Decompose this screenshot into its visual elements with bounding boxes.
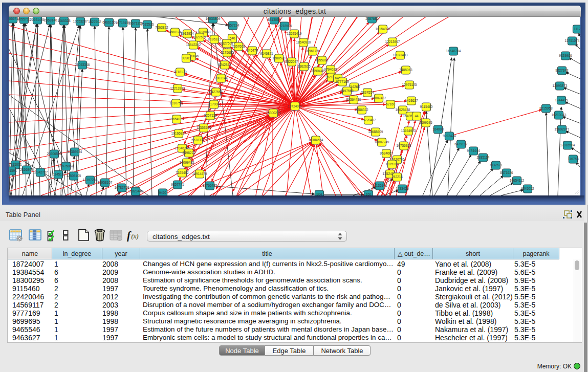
svg-text:20364436: 20364436 bbox=[346, 98, 361, 101]
svg-text:10973493: 10973493 bbox=[393, 53, 408, 57]
svg-text:845474: 845474 bbox=[247, 49, 258, 52]
svg-text:9327509: 9327509 bbox=[193, 35, 206, 39]
svg-text:9227343: 9227343 bbox=[555, 69, 569, 72]
svg-text:10025438: 10025438 bbox=[396, 108, 410, 112]
svg-text:17357255: 17357255 bbox=[83, 178, 98, 182]
svg-text:12505105: 12505105 bbox=[67, 174, 81, 178]
svg-text:16782759: 16782759 bbox=[115, 186, 129, 189]
svg-text:8660124: 8660124 bbox=[168, 30, 182, 34]
svg-text:2935114: 2935114 bbox=[477, 156, 490, 159]
svg-text:13654923: 13654923 bbox=[401, 129, 416, 133]
svg-text:114519: 114519 bbox=[53, 172, 64, 176]
svg-text:98901: 98901 bbox=[182, 56, 191, 60]
svg-text:(x): (x) bbox=[131, 232, 139, 240]
svg-text:7515526: 7515526 bbox=[141, 23, 154, 26]
svg-text:8322037: 8322037 bbox=[285, 60, 298, 63]
svg-text:9245052: 9245052 bbox=[521, 187, 534, 190]
svg-text:10688609: 10688609 bbox=[368, 130, 383, 134]
svg-text:11353594: 11353594 bbox=[197, 126, 211, 129]
svg-text:12213967: 12213967 bbox=[385, 40, 400, 43]
svg-text:1815112: 1815112 bbox=[386, 162, 399, 166]
svg-text:2367608: 2367608 bbox=[232, 45, 245, 48]
svg-text:9146821: 9146821 bbox=[260, 52, 273, 55]
svg-text:9777169: 9777169 bbox=[336, 80, 349, 83]
svg-text:17016504: 17016504 bbox=[560, 143, 575, 147]
svg-text:804: 804 bbox=[317, 192, 322, 195]
svg-text:391591: 391591 bbox=[9, 169, 17, 172]
svg-text:9857771: 9857771 bbox=[171, 183, 184, 186]
svg-text:2156809: 2156809 bbox=[20, 168, 33, 171]
svg-text:7632621: 7632621 bbox=[489, 163, 503, 167]
svg-text:16543362: 16543362 bbox=[186, 43, 201, 47]
svg-text:13958107: 13958107 bbox=[98, 181, 113, 184]
svg-text:252214: 252214 bbox=[391, 175, 403, 179]
svg-text:2803144: 2803144 bbox=[214, 76, 228, 80]
svg-text:15692971: 15692971 bbox=[555, 127, 570, 131]
svg-text:6497568: 6497568 bbox=[340, 89, 354, 93]
svg-text:9242848: 9242848 bbox=[218, 63, 231, 67]
svg-text:8912954: 8912954 bbox=[181, 32, 194, 35]
svg-text:12975125: 12975125 bbox=[402, 83, 417, 86]
svg-text:62160: 62160 bbox=[386, 102, 395, 106]
svg-text:7357224: 7357224 bbox=[226, 24, 239, 27]
svg-text:9699695: 9699695 bbox=[419, 121, 432, 124]
svg-text:6466160: 6466160 bbox=[102, 20, 116, 24]
svg-text:16210043: 16210043 bbox=[552, 113, 567, 117]
svg-text:1588520: 1588520 bbox=[272, 56, 286, 60]
svg-text:44: 44 bbox=[415, 114, 419, 118]
svg-text:3498222: 3498222 bbox=[182, 151, 195, 155]
svg-text:20975867: 20975867 bbox=[59, 164, 74, 168]
svg-text:2718170: 2718170 bbox=[173, 70, 187, 74]
svg-text:13720407: 13720407 bbox=[361, 118, 376, 122]
svg-text:1065328: 1065328 bbox=[57, 19, 71, 23]
svg-text:28053346: 28053346 bbox=[75, 63, 90, 67]
svg-text:14099485: 14099485 bbox=[180, 161, 194, 164]
svg-text:164093: 164093 bbox=[432, 127, 444, 131]
svg-text:15751074: 15751074 bbox=[565, 39, 580, 42]
svg-text:3175685: 3175685 bbox=[221, 51, 234, 54]
svg-text:8990448: 8990448 bbox=[311, 69, 324, 73]
svg-text:12213383: 12213383 bbox=[170, 86, 185, 90]
svg-text:19654923: 19654923 bbox=[169, 117, 184, 121]
svg-text:1362615: 1362615 bbox=[297, 64, 311, 68]
svg-text:12823446: 12823446 bbox=[128, 189, 143, 193]
svg-text:13525419: 13525419 bbox=[287, 32, 302, 35]
svg-text:18724007: 18724007 bbox=[288, 104, 302, 108]
svg-text:16033809: 16033809 bbox=[206, 17, 221, 20]
svg-text:16961758: 16961758 bbox=[306, 49, 320, 53]
svg-text:5578332: 5578332 bbox=[191, 138, 205, 142]
svg-text:8215958: 8215958 bbox=[539, 106, 553, 110]
svg-text:20206505: 20206505 bbox=[47, 152, 62, 156]
svg-text:1010755: 1010755 bbox=[169, 101, 183, 105]
svg-text:3824554: 3824554 bbox=[361, 91, 374, 94]
svg-text:8186323: 8186323 bbox=[208, 37, 221, 41]
svg-text:9427552: 9427552 bbox=[209, 90, 223, 94]
svg-text:20691406: 20691406 bbox=[30, 18, 45, 21]
svg-text:9292424: 9292424 bbox=[443, 134, 456, 138]
svg-text:3267110: 3267110 bbox=[204, 114, 217, 117]
svg-text:7625402: 7625402 bbox=[176, 171, 189, 174]
svg-text:2087682: 2087682 bbox=[365, 17, 379, 20]
svg-text:9634067: 9634067 bbox=[380, 151, 393, 155]
svg-text:7386372: 7386372 bbox=[355, 108, 368, 112]
svg-text:9115460: 9115460 bbox=[420, 105, 433, 108]
svg-text:10756928: 10756928 bbox=[397, 144, 411, 147]
svg-text:117008: 117008 bbox=[208, 102, 220, 106]
svg-text:8813054: 8813054 bbox=[268, 18, 281, 21]
svg-text:9474444: 9474444 bbox=[467, 149, 480, 152]
svg-text:15300275: 15300275 bbox=[266, 111, 281, 115]
svg-text:10807487: 10807487 bbox=[372, 96, 386, 100]
svg-text:19218506: 19218506 bbox=[277, 24, 292, 28]
svg-text:12359934: 12359934 bbox=[68, 150, 82, 154]
svg-text:7815001: 7815001 bbox=[9, 163, 22, 166]
svg-text:160: 160 bbox=[366, 192, 372, 195]
svg-text:9329966: 9329966 bbox=[559, 54, 572, 57]
svg-text:9794028: 9794028 bbox=[324, 68, 337, 71]
svg-text:1733426: 1733426 bbox=[396, 187, 409, 190]
svg-text:10154808: 10154808 bbox=[376, 27, 390, 31]
svg-text:16914479: 16914479 bbox=[192, 172, 207, 176]
svg-text:1112: 1112 bbox=[574, 27, 580, 31]
svg-text:18640910: 18640910 bbox=[296, 40, 311, 44]
svg-text:1244415: 1244415 bbox=[555, 98, 568, 102]
svg-text:6479197: 6479197 bbox=[454, 142, 468, 146]
